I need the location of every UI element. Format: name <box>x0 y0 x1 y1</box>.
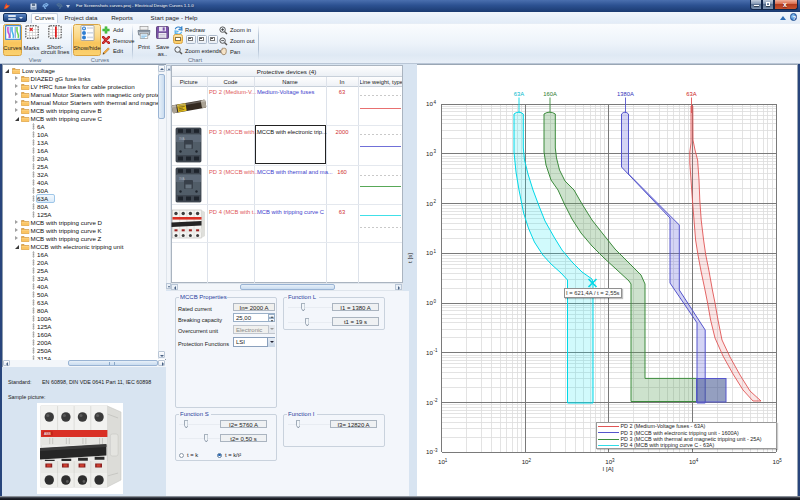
svg-text:1: 1 <box>434 249 437 254</box>
svg-text:4: 4 <box>696 458 699 463</box>
svg-text:1380A: 1380A <box>617 91 634 97</box>
svg-text:1: 1 <box>445 458 448 463</box>
svg-text:I [A]: I [A] <box>602 465 613 472</box>
svg-text:-1: -1 <box>434 348 438 353</box>
svg-text:63A: 63A <box>514 91 524 97</box>
svg-text:63A: 63A <box>686 91 696 97</box>
svg-text:3: 3 <box>612 458 615 463</box>
svg-text:2: 2 <box>528 458 531 463</box>
svg-text:10: 10 <box>426 249 433 256</box>
svg-text:10: 10 <box>426 200 433 207</box>
svg-text:-2: -2 <box>434 398 438 403</box>
svg-text:0: 0 <box>434 299 437 304</box>
svg-text:-3: -3 <box>434 448 438 453</box>
svg-text:3: 3 <box>434 149 437 154</box>
svg-text:10: 10 <box>426 349 433 356</box>
svg-text:4: 4 <box>434 100 437 105</box>
svg-text:ABB: ABB <box>44 432 51 436</box>
svg-text:5: 5 <box>779 458 782 463</box>
svg-text:10: 10 <box>426 150 433 157</box>
svg-text:3VA: 3VA <box>179 177 184 181</box>
svg-text:10: 10 <box>426 399 433 406</box>
svg-text:t [s]: t [s] <box>406 253 413 263</box>
svg-text:160A: 160A <box>543 91 557 97</box>
svg-text:10: 10 <box>426 299 433 306</box>
svg-text:10: 10 <box>426 448 433 455</box>
svg-text:2: 2 <box>434 199 437 204</box>
svg-text:3VA: 3VA <box>179 137 184 141</box>
svg-text:10: 10 <box>426 100 433 107</box>
